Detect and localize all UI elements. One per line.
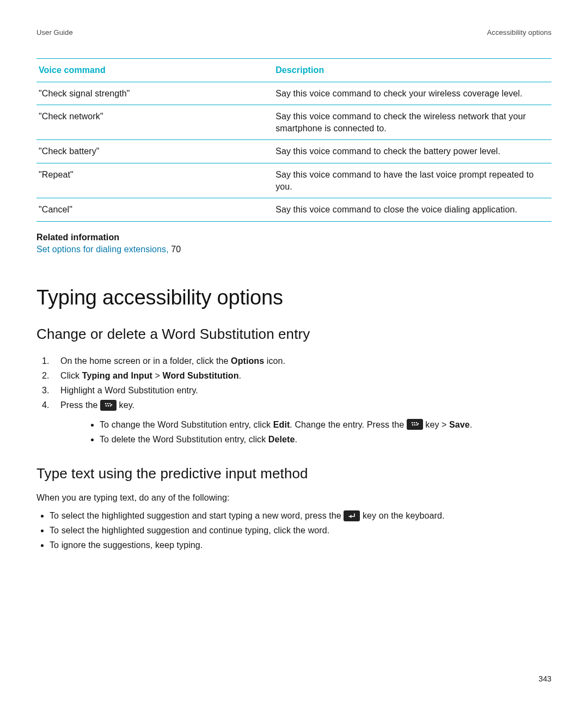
cell-description: Say this voice command to have the last … xyxy=(273,163,552,198)
step-bold: Options xyxy=(231,356,264,366)
step-text: Highlight a Word Substitution entry. xyxy=(60,386,198,395)
header-right: Accessibility options xyxy=(487,28,552,36)
step-text: Press the xyxy=(60,400,100,410)
table-row: "Repeat" Say this voice command to have … xyxy=(36,163,552,198)
step-item: Click Typing and Input > Word Substituti… xyxy=(52,368,552,383)
menu-key-icon xyxy=(407,419,423,430)
related-info-link-row: Set options for dialing extensions, 70 xyxy=(36,245,552,254)
subsection-title-predictive: Type text using the predictive input met… xyxy=(36,465,552,482)
bullet-item: To delete the Word Substitution entry, c… xyxy=(100,432,552,447)
svg-point-5 xyxy=(110,405,112,407)
enter-key-icon xyxy=(344,510,360,521)
svg-point-12 xyxy=(416,424,418,426)
table-row: "Check signal strength" Say this voice c… xyxy=(36,82,552,105)
svg-point-0 xyxy=(105,403,107,405)
step-text: On the home screen or in a folder, click… xyxy=(60,356,231,366)
column-header-command: Voice command xyxy=(36,59,273,82)
table-row: "Check battery" Say this voice command t… xyxy=(36,140,552,163)
cell-description: Say this voice command to check your wir… xyxy=(273,82,552,105)
intro-text: When you are typing text, do any of the … xyxy=(36,493,552,503)
bullet-text: . Change the entry. Press the xyxy=(290,420,406,429)
bullet-bold: Delete xyxy=(268,435,295,444)
bullet-bold: Edit xyxy=(273,420,290,429)
svg-point-11 xyxy=(414,424,415,426)
svg-point-7 xyxy=(411,422,413,424)
page-title: Typing accessibility options xyxy=(36,286,552,309)
step-item: On the home screen or in a folder, click… xyxy=(52,354,552,368)
cell-description: Say this voice command to check the wire… xyxy=(273,105,552,140)
bullet-text: key on the keyboard. xyxy=(363,511,445,520)
bullet-text: To delete the Word Substitution entry, c… xyxy=(100,435,268,444)
step-bold: Typing and Input xyxy=(82,371,152,380)
sub-bullets: To change the Word Substitution entry, c… xyxy=(60,417,552,447)
page-number: 343 xyxy=(538,674,552,683)
svg-point-1 xyxy=(107,403,109,405)
step-item: Highlight a Word Substitution entry. xyxy=(52,383,552,398)
bullet-text: . xyxy=(470,420,473,429)
bullet-text: To select the highlighted suggestion and… xyxy=(50,511,344,520)
step-text: > xyxy=(152,371,163,380)
step-text: icon. xyxy=(264,356,285,366)
cell-description: Say this voice command to close the voic… xyxy=(273,198,552,222)
page-header: User Guide Accessibility options xyxy=(36,28,552,36)
svg-point-4 xyxy=(108,405,109,407)
svg-point-6 xyxy=(111,404,113,406)
voice-command-table: Voice command Description "Check signal … xyxy=(36,58,552,222)
related-link-page: 70 xyxy=(171,245,181,254)
bullet-item: To change the Word Substitution entry, c… xyxy=(100,417,552,432)
related-link[interactable]: Set options for dialing extensions, xyxy=(36,245,171,254)
svg-point-3 xyxy=(106,405,107,407)
cell-command: "Check network" xyxy=(36,105,273,140)
step-text: Click xyxy=(60,371,82,380)
subsection-title-word-substitution: Change or delete a Word Substitution ent… xyxy=(36,326,552,343)
table-row: "Check network" Say this voice command t… xyxy=(36,105,552,140)
svg-point-9 xyxy=(415,422,417,424)
cell-command: "Cancel" xyxy=(36,198,273,222)
cell-command: "Check battery" xyxy=(36,140,273,163)
predictive-bullets: To select the highlighted suggestion and… xyxy=(36,508,552,553)
svg-point-2 xyxy=(109,403,111,405)
svg-point-10 xyxy=(412,424,413,426)
bullet-bold: Save xyxy=(449,420,470,429)
bullet-item: To select the highlighted suggestion and… xyxy=(50,523,552,538)
bullet-text: key > xyxy=(425,420,449,429)
column-header-description: Description xyxy=(273,59,552,82)
cell-description: Say this voice command to check the batt… xyxy=(273,140,552,163)
svg-point-13 xyxy=(417,423,419,425)
bullet-item: To ignore the suggestions, keep typing. xyxy=(50,538,552,552)
step-text: key. xyxy=(119,400,135,410)
step-item: Press the key. To change the Word Substi… xyxy=(52,398,552,447)
cell-command: "Repeat" xyxy=(36,163,273,198)
header-left: User Guide xyxy=(36,28,73,36)
step-bold: Word Substitution xyxy=(163,371,239,380)
cell-command: "Check signal strength" xyxy=(36,82,273,105)
menu-key-icon xyxy=(100,400,117,411)
svg-point-8 xyxy=(413,422,415,424)
table-row: "Cancel" Say this voice command to close… xyxy=(36,198,552,222)
steps-list: On the home screen or in a folder, click… xyxy=(36,354,552,447)
bullet-item: To select the highlighted suggestion and… xyxy=(50,508,552,523)
bullet-text: . xyxy=(295,435,297,444)
bullet-text: To select the highlighted suggestion and… xyxy=(50,526,329,535)
bullet-text: To ignore the suggestions, keep typing. xyxy=(50,540,203,550)
bullet-text: To change the Word Substitution entry, c… xyxy=(100,420,273,429)
related-info-heading: Related information xyxy=(36,233,552,242)
table-header-row: Voice command Description xyxy=(36,59,552,82)
step-text: . xyxy=(239,371,242,380)
